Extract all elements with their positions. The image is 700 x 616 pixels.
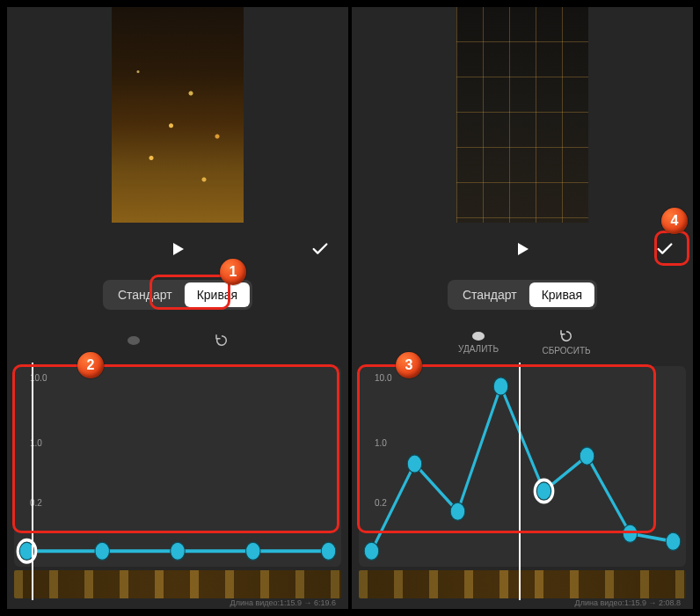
- curve-tools: [7, 322, 348, 361]
- speed-curve-graph[interactable]: 10.0 1.0 0.2: [359, 366, 686, 567]
- reset-button[interactable]: СБРОСИТЬ: [540, 328, 593, 356]
- speed-mode-segmented: Стандарт Кривая: [448, 280, 597, 310]
- left-pane: Стандарт Кривая 10.0 1.0 0.2: [7, 7, 348, 609]
- video-preview[interactable]: [456, 7, 588, 223]
- confirm-button[interactable]: [304, 233, 336, 265]
- curve-point[interactable]: [450, 502, 465, 520]
- segment-curve[interactable]: Кривая: [185, 282, 250, 307]
- curve-point[interactable]: [536, 482, 551, 500]
- confirm-button[interactable]: [649, 233, 681, 265]
- right-pane: Стандарт Кривая УДАЛИТЬ СБРОСИТЬ 10.0 1.…: [352, 7, 693, 609]
- curve-svg-right[interactable]: [359, 366, 686, 567]
- segment-standard[interactable]: Стандарт: [450, 282, 529, 307]
- playhead[interactable]: [32, 363, 33, 600]
- segment-curve[interactable]: Кривая: [529, 282, 594, 307]
- curve-point[interactable]: [493, 378, 508, 395]
- video-preview[interactable]: [112, 7, 244, 223]
- curve-point[interactable]: [321, 542, 336, 560]
- curve-svg-left[interactable]: [14, 366, 341, 567]
- delete-label: УДАЛИТЬ: [458, 344, 499, 354]
- svg-point-2: [472, 332, 485, 341]
- curve-point[interactable]: [171, 542, 186, 560]
- speed-curve-graph[interactable]: 10.0 1.0 0.2: [14, 366, 341, 567]
- play-button[interactable]: [507, 233, 538, 265]
- curve-point[interactable]: [666, 532, 681, 550]
- preview-controls: [7, 231, 348, 267]
- screenshot-pair: Стандарт Кривая 10.0 1.0 0.2: [0, 0, 700, 616]
- reset-label: СБРОСИТЬ: [542, 346, 590, 356]
- callout-1: 1: [220, 259, 246, 285]
- callout-4: 4: [661, 208, 688, 234]
- playhead[interactable]: [519, 363, 521, 600]
- curve-point[interactable]: [364, 542, 379, 560]
- curve-point[interactable]: [95, 542, 110, 560]
- reset-button[interactable]: [195, 333, 248, 350]
- play-button[interactable]: [162, 233, 193, 265]
- svg-point-0: [128, 336, 140, 345]
- video-length-footer: Длина видео:1:15.9 → 6:19.6: [230, 598, 336, 607]
- segment-standard[interactable]: Стандарт: [106, 282, 185, 307]
- timeline-thumbstrip[interactable]: [359, 570, 686, 598]
- preview-controls: [352, 231, 693, 267]
- callout-3: 3: [396, 352, 422, 378]
- callout-2: 2: [77, 352, 104, 378]
- video-length-footer: Длина видео:1:15.9 → 2:08.8: [575, 598, 681, 607]
- curve-point[interactable]: [580, 447, 594, 465]
- curve-point[interactable]: [246, 542, 261, 560]
- delete-point-button[interactable]: УДАЛИТЬ: [452, 330, 505, 354]
- timeline-thumbstrip[interactable]: [14, 570, 341, 598]
- curve-point[interactable]: [407, 455, 422, 473]
- delete-point-button[interactable]: [107, 334, 160, 348]
- curve-point[interactable]: [623, 524, 638, 542]
